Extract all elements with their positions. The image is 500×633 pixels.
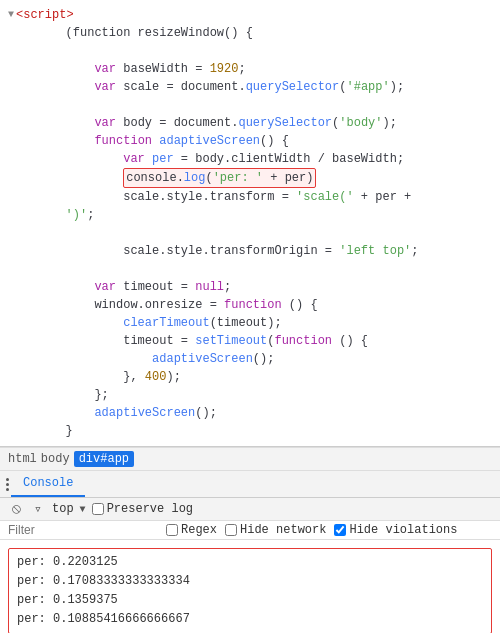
regex-option: Regex [166,523,217,537]
filter-options: Regex Hide network Hide violations [166,523,457,537]
breadcrumb-body[interactable]: body [41,452,70,466]
filter-input[interactable] [8,523,158,537]
breadcrumb-html[interactable]: html [8,452,37,466]
code-line-blank3 [0,224,500,242]
regex-label: Regex [181,523,217,537]
code-line-1: (function resizeWindow() { [0,24,500,42]
log-line-3: per: 0.10885416666666667 [17,610,483,629]
filter-bar: Regex Hide network Hide violations [0,521,500,540]
code-line-18: } [0,422,500,440]
code-line-15: }, 400); [0,368,500,386]
code-panel: ▼ <script> (function resizeWindow() { va… [0,0,500,447]
collapse-arrow-icon[interactable]: ▼ [8,6,14,24]
code-line-13: timeout = setTimeout(function () { [0,332,500,350]
code-line-17: adaptiveScreen(); [0,404,500,422]
code-line-7: scale.style.transform = 'scale(' + per + [0,188,500,206]
top-dropdown-arrow-icon[interactable]: ▼ [80,504,86,515]
no-symbol-icon[interactable]: ⦸ [8,501,24,517]
hide-network-option: Hide network [225,523,326,537]
console-log-box: per: 0.2203125 per: 0.17083333333333334 … [8,548,492,633]
log-line-2: per: 0.1359375 [17,591,483,610]
code-line-5: function adaptiveScreen() { [0,132,500,150]
code-line-2: var baseWidth = 1920; [0,60,500,78]
breadcrumb-div-app[interactable]: div#app [74,451,134,467]
console-toolbar: ⦸ ▿ top ▼ Preserve log [0,498,500,521]
code-line-12: clearTimeout(timeout); [0,314,500,332]
code-line-blank2 [0,96,500,114]
code-line-blank1 [0,42,500,60]
code-line-11: window.onresize = function () { [0,296,500,314]
code-line-10: var timeout = null; [0,278,500,296]
hide-network-checkbox[interactable] [225,524,237,536]
log-line-1: per: 0.17083333333333334 [17,572,483,591]
breadcrumb-bar: html body div#app [0,447,500,471]
code-line-blank4 [0,260,500,278]
tab-console[interactable]: Console [11,471,85,497]
regex-checkbox[interactable] [166,524,178,536]
hide-violations-label: Hide violations [349,523,457,537]
code-line-14: adaptiveScreen(); [0,350,500,368]
code-line-8: ')'; [0,206,500,224]
code-line-6: var per = body.clientWidth / baseWidth; [0,150,500,168]
hide-violations-checkbox[interactable] [334,524,346,536]
highlight-box: console.log('per: ' + per) [123,168,316,188]
code-line-4: var body = document.querySelector('body'… [0,114,500,132]
preserve-log-label: Preserve log [107,502,193,516]
code-line-9: scale.style.transformOrigin = 'left top'… [0,242,500,260]
preserve-log-checkbox[interactable] [92,503,104,515]
filter-icon[interactable]: ▿ [30,501,46,517]
menu-dots-icon[interactable] [4,476,11,493]
hide-network-label: Hide network [240,523,326,537]
preserve-log-group: Preserve log [92,502,193,516]
console-output: per: 0.2203125 per: 0.17083333333333334 … [0,540,500,633]
code-line-16: }; [0,386,500,404]
script-tag: <script> [16,6,74,24]
code-line-3: var scale = document.querySelector('#app… [0,78,500,96]
devtools-tabs: Console [0,471,500,498]
hide-violations-option: Hide violations [334,523,457,537]
top-context-label: top [52,502,74,516]
script-tag-line: ▼ <script> [0,6,500,24]
log-line-0: per: 0.2203125 [17,553,483,572]
code-line-highlighted: console.log('per: ' + per) [0,168,500,188]
